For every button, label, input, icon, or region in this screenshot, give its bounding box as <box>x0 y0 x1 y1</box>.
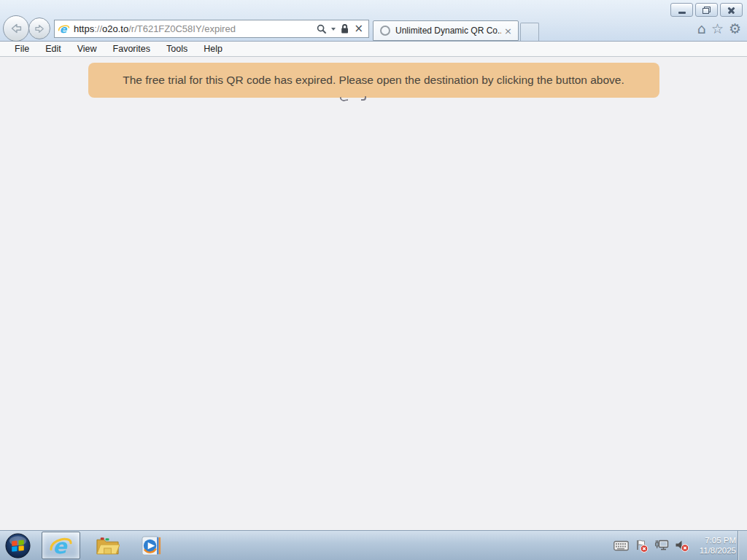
favorites-star-icon[interactable]: ☆ <box>711 20 724 37</box>
clipped-text-fragment <box>339 96 348 102</box>
window-controls <box>670 3 743 17</box>
new-tab-button[interactable] <box>520 23 539 41</box>
command-bar: ⌂ ☆ ⚙ <box>697 20 741 37</box>
close-window-button[interactable] <box>720 3 743 17</box>
menu-tools[interactable]: Tools <box>158 44 196 54</box>
taskbar: e <box>0 530 747 560</box>
security-lock-icon[interactable] <box>340 23 349 34</box>
tab-favicon-icon <box>380 26 390 36</box>
search-icon[interactable] <box>317 24 327 34</box>
folder-icon <box>96 535 120 556</box>
taskbar-ie-button[interactable]: e <box>42 532 80 559</box>
address-bar[interactable]: e https://o2o.to/r/T621FZ0C58IY/expired … <box>54 20 369 38</box>
show-desktop-button[interactable] <box>738 531 747 560</box>
taskbar-explorer-button[interactable] <box>90 532 124 559</box>
expired-banner: The free trial for this QR code has expi… <box>88 63 659 98</box>
minimize-icon <box>678 12 686 14</box>
back-arrow-icon <box>8 20 24 36</box>
minimize-button[interactable] <box>670 3 693 17</box>
url-text: https://o2o.to/r/T621FZ0C58IY/expired <box>74 23 236 34</box>
menu-file[interactable]: File <box>7 44 37 54</box>
url-domain: o2o.to <box>102 23 128 34</box>
touch-keyboard-icon[interactable] <box>614 540 629 551</box>
restore-button[interactable] <box>695 3 718 17</box>
stop-button[interactable]: × <box>354 23 363 34</box>
url-separator: :// <box>94 23 102 34</box>
url-scheme: https <box>74 23 94 34</box>
home-icon[interactable]: ⌂ <box>697 20 706 37</box>
clock-time: 7:05 PM <box>700 535 736 545</box>
system-tray: 7:05 PM 11/8/2025 <box>614 531 736 560</box>
restore-icon <box>703 7 711 14</box>
forward-button[interactable] <box>28 18 50 39</box>
menu-favorites[interactable]: Favorites <box>105 44 158 54</box>
url-path: /r/T621FZ0C58IY/expired <box>128 23 236 34</box>
page-content: The free trial for this QR code has expi… <box>0 57 747 531</box>
taskbar-clock[interactable]: 7:05 PM 11/8/2025 <box>700 535 736 556</box>
network-icon[interactable] <box>654 539 669 552</box>
expired-banner-text: The free trial for this QR code has expi… <box>123 74 624 87</box>
menu-view[interactable]: View <box>69 44 105 54</box>
volume-muted-icon[interactable] <box>675 539 689 552</box>
forward-arrow-icon <box>33 22 47 36</box>
menu-edit[interactable]: Edit <box>37 44 69 54</box>
desktop: e https://o2o.to/r/T621FZ0C58IY/expired … <box>0 0 747 560</box>
address-bar-actions: × <box>317 23 368 34</box>
browser-chrome: e https://o2o.to/r/T621FZ0C58IY/expired … <box>0 0 747 42</box>
taskbar-media-player-button[interactable] <box>134 532 168 559</box>
tab-title: Unlimited Dynamic QR Co... <box>395 26 501 36</box>
search-dropdown-icon[interactable] <box>331 28 336 31</box>
settings-gear-icon[interactable]: ⚙ <box>729 20 741 37</box>
media-player-icon <box>140 534 163 557</box>
tab-close-icon[interactable]: × <box>504 26 512 36</box>
clock-date: 11/8/2025 <box>700 545 736 556</box>
start-button[interactable] <box>4 532 31 559</box>
action-center-flag-icon[interactable] <box>635 539 649 553</box>
back-button[interactable] <box>3 15 29 42</box>
close-icon <box>727 6 735 14</box>
menu-help[interactable]: Help <box>196 44 231 54</box>
browser-tab[interactable]: Unlimited Dynamic QR Co... × <box>373 20 519 41</box>
internet-explorer-icon: e <box>50 534 72 557</box>
menu-bar: File Edit View Favorites Tools Help <box>0 42 747 57</box>
clipped-text-fragment <box>361 96 366 101</box>
ie-page-icon: e <box>58 23 70 35</box>
svg-text:e: e <box>60 23 68 35</box>
